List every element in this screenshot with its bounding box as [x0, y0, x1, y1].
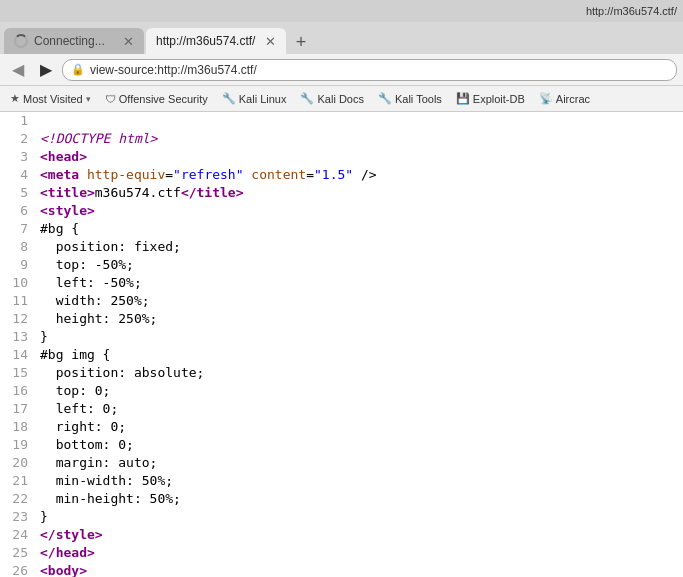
token-c-text: right: 0; — [40, 419, 126, 434]
source-line-4: 4<meta http-equiv="refresh" content="1.5… — [0, 166, 683, 184]
new-tab-button[interactable]: + — [288, 30, 314, 54]
kali-docs-icon: 🔧 — [300, 92, 314, 105]
line-content: right: 0; — [36, 418, 683, 436]
tab-1[interactable]: Connecting... ✕ — [4, 28, 144, 54]
line-content: position: fixed; — [36, 238, 683, 256]
line-content: top: -50%; — [36, 256, 683, 274]
line-number: 15 — [0, 364, 36, 382]
line-content: </style> — [36, 526, 683, 544]
token-c-text: position: absolute; — [40, 365, 204, 380]
source-line-2: 2<!DOCTYPE html> — [0, 130, 683, 148]
line-number: 11 — [0, 292, 36, 310]
source-line-17: 17 left: 0; — [0, 400, 683, 418]
back-button[interactable]: ◀ — [6, 58, 30, 82]
token-c-text: left: 0; — [40, 401, 118, 416]
token-c-text: width: 250%; — [40, 293, 150, 308]
line-number: 21 — [0, 472, 36, 490]
token-c-tag: </title> — [181, 185, 244, 200]
bookmark-kali-docs[interactable]: 🔧 Kali Docs — [294, 90, 369, 107]
line-content: left: 0; — [36, 400, 683, 418]
line-number: 13 — [0, 328, 36, 346]
source-line-14: 14#bg img { — [0, 346, 683, 364]
star-icon: ★ — [10, 92, 20, 105]
token-c-text: top: -50%; — [40, 257, 134, 272]
tab-2-close[interactable]: ✕ — [265, 34, 276, 49]
line-content: <!DOCTYPE html> — [36, 130, 683, 148]
source-line-25: 25</head> — [0, 544, 683, 562]
exploit-db-icon: 💾 — [456, 92, 470, 105]
source-line-8: 8 position: fixed; — [0, 238, 683, 256]
forward-button[interactable]: ▶ — [34, 58, 58, 82]
line-number: 23 — [0, 508, 36, 526]
source-line-13: 13} — [0, 328, 683, 346]
tab-spinner — [14, 34, 28, 48]
line-number: 6 — [0, 202, 36, 220]
tab-1-close[interactable]: ✕ — [123, 34, 134, 49]
source-line-7: 7#bg { — [0, 220, 683, 238]
bookmark-exploit-db[interactable]: 💾 Exploit-DB — [450, 90, 531, 107]
bookmark-aircrack-label: Aircrac — [556, 93, 590, 105]
line-content: </head> — [36, 544, 683, 562]
source-line-20: 20 margin: auto; — [0, 454, 683, 472]
bookmark-kali-tools[interactable]: 🔧 Kali Tools — [372, 90, 448, 107]
bookmark-kali-linux[interactable]: 🔧 Kali Linux — [216, 90, 293, 107]
tab-2[interactable]: http://m36u574.ctf/ ✕ — [146, 28, 286, 54]
bookmark-most-visited[interactable]: ★ Most Visited ▾ — [4, 90, 97, 107]
line-content: <body> — [36, 562, 683, 577]
source-line-19: 19 bottom: 0; — [0, 436, 683, 454]
line-number: 18 — [0, 418, 36, 436]
lock-icon: 🔒 — [71, 63, 85, 76]
token-c-text: #bg { — [40, 221, 79, 236]
token-c-tag: <style> — [40, 203, 95, 218]
token-c-text: min-width: 50%; — [40, 473, 173, 488]
line-content: height: 250%; — [36, 310, 683, 328]
line-number: 16 — [0, 382, 36, 400]
line-number: 10 — [0, 274, 36, 292]
token-c-doctype: <!DOCTYPE html> — [40, 131, 157, 146]
title-bar-text: http://m36u574.ctf/ — [586, 5, 677, 17]
token-c-text: /> — [353, 167, 376, 182]
line-content: position: absolute; — [36, 364, 683, 382]
source-line-9: 9 top: -50%; — [0, 256, 683, 274]
line-content: <title>m36u574.ctf</title> — [36, 184, 683, 202]
bookmark-aircrack[interactable]: 📡 Aircrac — [533, 90, 596, 107]
tab-bar: Connecting... ✕ http://m36u574.ctf/ ✕ + — [0, 22, 683, 54]
line-number: 9 — [0, 256, 36, 274]
token-c-tag: <body> — [40, 563, 87, 577]
line-content: #bg { — [36, 220, 683, 238]
line-content: min-width: 50%; — [36, 472, 683, 490]
address-bar[interactable]: 🔒 view-source:http://m36u574.ctf/ — [62, 59, 677, 81]
token-c-text: height: 250%; — [40, 311, 157, 326]
line-number: 20 — [0, 454, 36, 472]
bookmark-offensive-security-label: Offensive Security — [119, 93, 208, 105]
token-c-tag: <head> — [40, 149, 87, 164]
source-line-16: 16 top: 0; — [0, 382, 683, 400]
token-c-text: = — [306, 167, 314, 182]
tab-1-label: Connecting... — [34, 34, 105, 48]
source-line-3: 3<head> — [0, 148, 683, 166]
line-number: 25 — [0, 544, 36, 562]
source-line-21: 21 min-width: 50%; — [0, 472, 683, 490]
line-content: margin: auto; — [36, 454, 683, 472]
line-number: 1 — [0, 112, 36, 130]
line-number: 22 — [0, 490, 36, 508]
bookmark-offensive-security[interactable]: 🛡 Offensive Security — [99, 91, 214, 107]
token-c-text: top: 0; — [40, 383, 110, 398]
line-number: 12 — [0, 310, 36, 328]
source-line-12: 12 height: 250%; — [0, 310, 683, 328]
bookmark-exploit-db-label: Exploit-DB — [473, 93, 525, 105]
source-line-11: 11 width: 250%; — [0, 292, 683, 310]
source-line-18: 18 right: 0; — [0, 418, 683, 436]
line-content: #bg img { — [36, 346, 683, 364]
token-c-text: } — [40, 509, 48, 524]
source-line-22: 22 min-height: 50%; — [0, 490, 683, 508]
line-content: min-height: 50%; — [36, 490, 683, 508]
bookmark-kali-docs-label: Kali Docs — [317, 93, 363, 105]
source-line-15: 15 position: absolute; — [0, 364, 683, 382]
token-c-attr: content — [251, 167, 306, 182]
bookmarks-bar: ★ Most Visited ▾ 🛡 Offensive Security 🔧 … — [0, 86, 683, 112]
token-c-text: margin: auto; — [40, 455, 157, 470]
token-c-attr: http-equiv — [87, 167, 165, 182]
token-c-val: "1.5" — [314, 167, 353, 182]
line-content: left: -50%; — [36, 274, 683, 292]
